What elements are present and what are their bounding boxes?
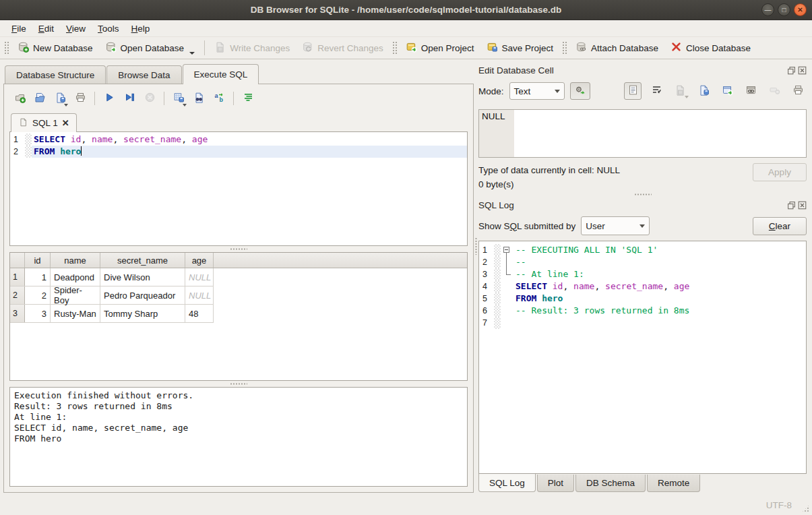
float-dock-icon[interactable] (787, 66, 796, 75)
new-tab-button[interactable] (11, 90, 28, 107)
mode-combobox[interactable]: Text (509, 82, 565, 100)
save-results-button[interactable] (170, 90, 187, 107)
table-cell[interactable]: Rusty-Man (51, 305, 100, 322)
bottom-tab-plot[interactable]: Plot (537, 475, 574, 492)
table-cell[interactable]: Deadpond (51, 268, 100, 286)
text-mode-button[interactable] (624, 82, 642, 100)
link-button[interactable] (742, 82, 759, 100)
auto-switch-mode-button[interactable] (570, 82, 590, 100)
print-button[interactable] (71, 90, 89, 107)
close-button[interactable]: ✕ (794, 3, 807, 16)
tab-database-structure[interactable]: Database Structure (5, 65, 106, 84)
table-cell[interactable]: Dive Wilson (100, 268, 185, 286)
export-cell-button[interactable] (718, 82, 736, 100)
table-cell[interactable]: NULL (185, 286, 214, 304)
toolbar-handle[interactable] (561, 40, 567, 55)
bottom-tab-sql-log[interactable]: SQL Log (478, 474, 536, 492)
format-sql-button[interactable] (239, 90, 257, 107)
open-project-button[interactable]: Open Project (400, 38, 480, 58)
line-number: 3 (479, 268, 494, 280)
replace-button[interactable]: ab (210, 90, 228, 107)
menu-tools[interactable]: Tools (92, 22, 125, 35)
table-cell[interactable]: 1 (25, 268, 51, 286)
table-row[interactable]: 11DeadpondDive WilsonNULL (10, 268, 214, 286)
row-header[interactable]: 3 (10, 305, 25, 322)
main-content: Database StructureBrowse DataExecute SQL… (0, 59, 812, 495)
attach-database-button[interactable]: Attach Database (569, 38, 664, 58)
tab-execute-sql[interactable]: Execute SQL (183, 64, 259, 84)
editor-margin (494, 280, 501, 293)
close-dock-icon[interactable] (798, 201, 807, 210)
write-changes-button[interactable]: Write Changes (208, 38, 296, 58)
menu-view[interactable]: View (60, 22, 92, 35)
find-button[interactable] (190, 90, 208, 107)
dropdown-caret-icon[interactable] (189, 52, 195, 55)
table-cell[interactable]: Spider-Boy (51, 286, 100, 304)
table-cell[interactable]: 3 (25, 305, 51, 322)
save-sql-button[interactable] (51, 90, 69, 107)
corner-header[interactable] (10, 253, 25, 268)
table-row[interactable]: 33Rusty-ManTommy Sharp48 (10, 305, 214, 323)
new-database-button[interactable]: New Database (11, 38, 99, 58)
save-as-button[interactable] (695, 82, 712, 100)
close-tab-icon[interactable]: ✕ (62, 118, 69, 128)
fold-marker-icon[interactable] (503, 247, 509, 253)
results-message-splitter[interactable] (9, 381, 468, 387)
table-cell[interactable]: Tommy Sharp (100, 305, 185, 322)
table-cell[interactable]: 2 (25, 286, 51, 304)
menu-edit[interactable]: Edit (32, 22, 60, 35)
table-cell[interactable]: Pedro Parqueador (100, 286, 185, 304)
bottom-tab-remote[interactable]: Remote (647, 475, 700, 492)
print-cell-button[interactable] (789, 82, 807, 100)
tab-browse-data[interactable]: Browse Data (106, 65, 181, 84)
execute-all-button[interactable] (100, 90, 118, 107)
apply-button[interactable]: Apply (753, 163, 807, 181)
table-row[interactable]: 22Spider-BoyPedro ParqueadorNULL (10, 286, 214, 305)
open-sql-button[interactable] (31, 90, 49, 107)
table-cell[interactable]: NULL (185, 268, 214, 286)
sql-editor[interactable]: 1SELECT id, name, secret_name, age2FROM … (9, 131, 468, 246)
dropdown-caret-icon[interactable] (64, 104, 68, 107)
column-header-name[interactable]: name (51, 253, 100, 268)
column-header-id[interactable]: id (25, 253, 51, 268)
save-project-icon (487, 41, 498, 55)
close-dock-icon[interactable] (798, 66, 807, 75)
results-table[interactable]: idnamesecret_nameage11DeadpondDive Wilso… (9, 252, 468, 381)
revert-changes-button[interactable]: Revert Changes (296, 38, 389, 58)
execute-line-button[interactable] (121, 90, 138, 107)
row-header[interactable]: 2 (10, 286, 25, 304)
sql-doc-tab[interactable]: SQL 1 ✕ (11, 113, 77, 132)
row-header[interactable]: 1 (10, 268, 25, 286)
dock-splitter[interactable] (478, 191, 807, 198)
set-null-button[interactable] (766, 82, 783, 100)
stop-button[interactable] (141, 90, 158, 107)
resize-grip-icon[interactable] (801, 504, 810, 513)
column-header-age[interactable]: age (185, 253, 214, 268)
close-database-button[interactable]: Close Database (664, 38, 757, 58)
sql-doc-tab-label: SQL 1 (32, 118, 58, 128)
import-cell-button[interactable] (671, 82, 689, 100)
menu-help[interactable]: Help (125, 22, 156, 35)
toolbar-handle[interactable] (3, 40, 9, 55)
open-database-button[interactable]: Open Database (99, 38, 201, 58)
save-project-button[interactable]: Save Project (480, 38, 560, 58)
dropdown-caret-icon[interactable] (183, 104, 187, 107)
table-cell[interactable]: 48 (185, 305, 214, 322)
editor-results-splitter[interactable] (9, 246, 468, 252)
title-bar[interactable]: DB Browser for SQLite - /home/user/code/… (0, 0, 812, 20)
word-wrap-button[interactable] (648, 82, 665, 100)
bottom-tab-db-schema[interactable]: DB Schema (575, 475, 646, 492)
maximize-button[interactable]: □ (778, 3, 790, 16)
log-filter-combobox[interactable]: User (581, 216, 650, 235)
toolbar-handle[interactable] (392, 40, 398, 55)
minimize-button[interactable]: ― (761, 3, 774, 16)
menu-bar: FileEditViewToolsHelp (0, 20, 812, 36)
clear-log-button[interactable]: Clear (753, 217, 807, 235)
menu-file[interactable]: File (5, 22, 32, 35)
cell-value-editor[interactable]: NULL (478, 109, 807, 158)
column-header-secret_name[interactable]: secret_name (100, 253, 185, 268)
sql-log-editor[interactable]: 1-- EXECUTING ALL IN 'SQL 1'2--3-- At li… (478, 241, 807, 474)
encoding-indicator[interactable]: UTF-8 (766, 500, 792, 510)
panel-splitter[interactable] (474, 59, 478, 495)
float-dock-icon[interactable] (787, 201, 796, 210)
